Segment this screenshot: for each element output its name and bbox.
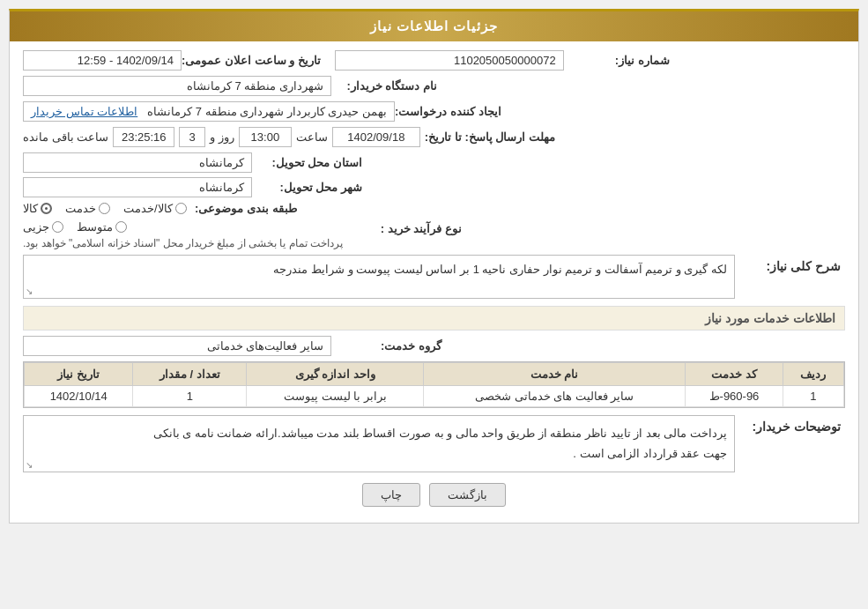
table-row: 1960-96-طسایر فعالیت های خدماتی شخصیبراب… xyxy=(25,386,844,407)
tabaqe-row: طبقه بندی موضوعی: کالا/خدمت خدمت کالا xyxy=(23,202,845,215)
ijad-label: ایجاد کننده درخواست: xyxy=(395,105,501,118)
tosihaat-section: توضیحات خریدار: پرداخت مالی بعد از تایید… xyxy=(23,415,845,472)
farayand-label: نوع فرآیند خرید : xyxy=(356,220,462,235)
radio-khedmat-circle xyxy=(99,203,110,214)
sharh-label: شرح کلی نیاز: xyxy=(735,255,841,273)
col-tarikh: تاریخ نیاز xyxy=(25,363,133,386)
mohlat-day-label: روز و xyxy=(210,130,234,144)
radio-kala-label: کالا xyxy=(23,202,38,215)
col-radif: ردیف xyxy=(783,363,843,386)
services-table: ردیف کد خدمت نام خدمت واحد اندازه گیری ت… xyxy=(24,362,844,407)
col-kod: کد خدمت xyxy=(686,363,783,386)
namdastgah-label: نام دستگاه خریدار: xyxy=(331,79,437,93)
services-table-container: ردیف کد خدمت نام خدمت واحد اندازه گیری ت… xyxy=(23,361,845,408)
bazgasht-button[interactable]: بازگشت xyxy=(429,483,506,507)
radio-kala-khedmat-label: کالا/خدمت xyxy=(123,202,173,215)
cell-nam: سایر فعالیت های خدماتی شخصی xyxy=(424,386,686,407)
cell-tarikh: 1402/10/14 xyxy=(25,386,133,407)
announce-label: تاریخ و ساعت اعلان عمومی: xyxy=(182,54,321,67)
shomare-label: شماره نیاز: xyxy=(564,54,670,67)
mohlat-label: مهلت ارسال پاسخ: تا تاریخ: xyxy=(425,130,555,144)
page-header: جزئیات اطلاعات نیاز xyxy=(10,11,858,41)
radio-khedmat: خدمت xyxy=(65,202,110,215)
sharh-text: لکه گیری و ترمیم آسفالت و ترمیم نوار حفا… xyxy=(23,255,735,299)
mohlat-date: 1402/09/18 xyxy=(332,127,420,147)
shomare-value: 1102050050000072 xyxy=(335,50,564,71)
tosihaat-line2: جهت عقد قرارداد الزامی است . xyxy=(573,447,727,460)
chap-button[interactable]: چاپ xyxy=(362,483,420,507)
mohlat-days: 3 xyxy=(179,127,205,147)
radio-kala-circle xyxy=(41,203,52,214)
announce-value: 1402/09/14 - 12:59 xyxy=(23,50,182,71)
tabaqe-group: کالا/خدمت خدمت کالا xyxy=(23,202,187,215)
ijad-row: ایجاد کننده درخواست: بهمن حیدری کاربردار… xyxy=(23,101,845,122)
tosihaat-text: پرداخت مالی بعد از تایید ناظر منطقه از ط… xyxy=(23,415,735,472)
mohlat-remain-label: ساعت باقی مانده xyxy=(23,130,108,144)
cell-radif: 1 xyxy=(783,386,843,407)
radio-jozii-label: جزیی xyxy=(23,220,49,234)
radio-motavasset: متوسط xyxy=(77,220,127,234)
farayand-note: پرداخت تمام یا بخشی از مبلغ خریدار محل "… xyxy=(23,237,343,249)
ijad-value: بهمن حیدری کاربردار شهرداری منطقه 7 کرما… xyxy=(23,101,395,122)
cell-tedad: 1 xyxy=(133,386,247,407)
content-area: شماره نیاز: 1102050050000072 تاریخ و ساع… xyxy=(10,41,858,523)
page-title: جزئیات اطلاعات نیاز xyxy=(370,19,498,33)
radio-jozii: جزیی xyxy=(23,220,63,234)
etelaat-link[interactable]: اطلاعات تماس خریدار xyxy=(31,105,137,118)
grohe-label: گروه خدمت: xyxy=(336,339,441,353)
radio-kala-khedmat: کالا/خدمت xyxy=(123,202,187,215)
shomare-row: شماره نیاز: 1102050050000072 تاریخ و ساع… xyxy=(23,50,845,71)
cell-kod: 960-96-ط xyxy=(686,386,783,407)
tosihaat-line1: پرداخت مالی بعد از تایید ناظر منطقه از ط… xyxy=(153,427,727,440)
radio-motavasset-label: متوسط xyxy=(77,220,113,234)
radio-kala-khedmat-circle xyxy=(175,203,187,214)
namdastgah-value: شهرداری منطقه 7 کرمانشاه xyxy=(23,76,331,96)
radio-khedmat-label: خدمت xyxy=(65,202,96,215)
tosihaat-label: توضیحات خریدار: xyxy=(735,415,841,434)
mohlat-time-label: ساعت xyxy=(296,130,328,144)
sharh-section: شرح کلی نیاز: لکه گیری و ترمیم آسفالت و … xyxy=(23,255,845,299)
grohe-row: گروه خدمت: سایر فعالیت‌های خدماتی xyxy=(23,336,845,356)
ijad-text: بهمن حیدری کاربردار شهرداری منطقه 7 کرما… xyxy=(147,105,387,118)
shahr-row: شهر محل تحویل: کرمانشاه xyxy=(23,177,845,197)
sharh-wrapper: لکه گیری و ترمیم آسفالت و ترمیم نوار حفا… xyxy=(23,255,735,299)
col-vahed: واحد اندازه گیری xyxy=(247,363,424,386)
farayand-group: متوسط جزیی xyxy=(23,220,127,234)
farayand-row: نوع فرآیند خرید : متوسط جزیی پرداخت تمام… xyxy=(23,220,845,249)
mohlat-row: مهلت ارسال پاسخ: تا تاریخ: 1402/09/18 سا… xyxy=(23,127,845,147)
shahr-value: کرمانشاه xyxy=(23,177,252,197)
ostan-row: استان محل تحویل: کرمانشاه xyxy=(23,152,845,173)
main-box: جزئیات اطلاعات نیاز شماره نیاز: 11020500… xyxy=(9,9,859,524)
tabaqe-label: طبقه بندی موضوعی: xyxy=(191,202,297,215)
radio-jozii-circle xyxy=(52,221,63,233)
radio-kala: کالا xyxy=(23,202,52,215)
radio-motavasset-circle xyxy=(115,221,127,233)
cell-vahed: برابر با لیست پیوست xyxy=(247,386,424,407)
col-tedad: تعداد / مقدار xyxy=(133,363,247,386)
page-container: جزئیات اطلاعات نیاز شماره نیاز: 11020500… xyxy=(0,0,868,609)
ostan-label: استان محل تحویل: xyxy=(256,156,362,169)
mohlat-time: 13:00 xyxy=(239,127,292,147)
ostan-value: کرمانشاه xyxy=(23,152,252,173)
namdastgah-row: نام دستگاه خریدار: شهرداری منطقه 7 کرمان… xyxy=(23,76,845,96)
tosihaat-wrapper: پرداخت مالی بعد از تایید ناظر منطقه از ط… xyxy=(23,415,735,472)
khadamat-header: اطلاعات خدمات مورد نیاز xyxy=(23,306,845,330)
grohe-value: سایر فعالیت‌های خدماتی xyxy=(23,336,331,356)
tosihaat-resize-icon: ↘ xyxy=(26,460,33,470)
button-row: بازگشت چاپ xyxy=(23,483,845,507)
col-nam: نام خدمت xyxy=(424,363,686,386)
shahr-label: شهر محل تحویل: xyxy=(256,181,362,194)
mohlat-remain: 23:25:16 xyxy=(113,127,174,147)
sharh-resize-icon: ↘ xyxy=(26,286,33,296)
